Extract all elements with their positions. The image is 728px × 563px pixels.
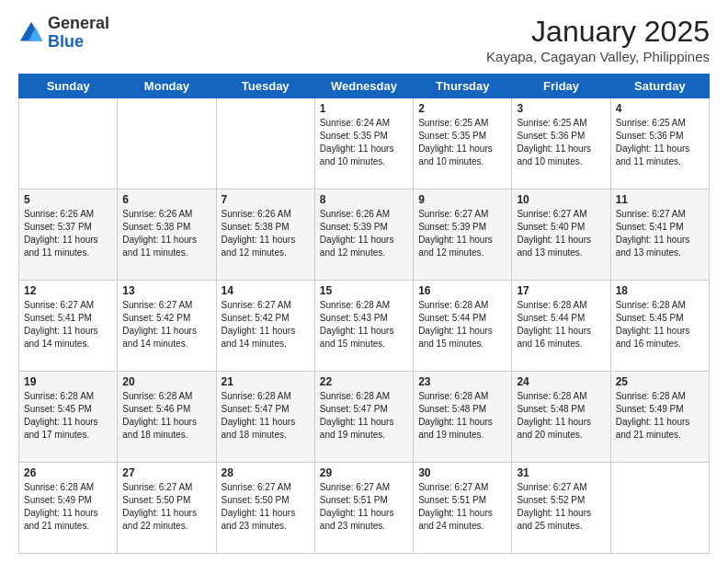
day-number: 30 xyxy=(418,466,506,479)
day-info: Sunrise: 6:27 AM Sunset: 5:51 PM Dayligh… xyxy=(418,481,506,533)
day-info: Sunrise: 6:27 AM Sunset: 5:40 PM Dayligh… xyxy=(517,208,605,259)
calendar-cell xyxy=(19,98,118,190)
calendar-cell: 7Sunrise: 6:26 AM Sunset: 5:38 PM Daylig… xyxy=(216,190,314,281)
day-info: Sunrise: 6:25 AM Sunset: 5:36 PM Dayligh… xyxy=(517,117,605,168)
week-row-3: 12Sunrise: 6:27 AM Sunset: 5:41 PM Dayli… xyxy=(19,281,710,372)
day-info: Sunrise: 6:28 AM Sunset: 5:47 PM Dayligh… xyxy=(320,390,408,442)
day-number: 1 xyxy=(320,102,408,115)
calendar-cell: 13Sunrise: 6:27 AM Sunset: 5:42 PM Dayli… xyxy=(118,281,216,372)
calendar-cell: 4Sunrise: 6:25 AM Sunset: 5:36 PM Daylig… xyxy=(610,98,709,190)
day-number: 15 xyxy=(320,284,408,297)
day-number: 26 xyxy=(24,466,112,479)
calendar-cell: 31Sunrise: 6:27 AM Sunset: 5:52 PM Dayli… xyxy=(512,463,610,554)
day-info: Sunrise: 6:28 AM Sunset: 5:48 PM Dayligh… xyxy=(418,390,506,442)
calendar-cell: 20Sunrise: 6:28 AM Sunset: 5:46 PM Dayli… xyxy=(118,372,216,463)
calendar-cell: 5Sunrise: 6:26 AM Sunset: 5:37 PM Daylig… xyxy=(19,190,118,281)
day-number: 8 xyxy=(320,193,408,206)
day-info: Sunrise: 6:27 AM Sunset: 5:42 PM Dayligh… xyxy=(222,299,310,350)
logo-blue: Blue xyxy=(48,33,109,52)
calendar-cell: 10Sunrise: 6:27 AM Sunset: 5:40 PM Dayli… xyxy=(512,190,610,281)
day-info: Sunrise: 6:27 AM Sunset: 5:42 PM Dayligh… xyxy=(122,299,210,350)
calendar-cell: 16Sunrise: 6:28 AM Sunset: 5:44 PM Dayli… xyxy=(414,281,512,372)
calendar-cell: 6Sunrise: 6:26 AM Sunset: 5:38 PM Daylig… xyxy=(118,190,216,281)
logo: General Blue xyxy=(18,15,109,52)
weekday-wednesday: Wednesday xyxy=(314,75,413,98)
calendar-cell: 19Sunrise: 6:28 AM Sunset: 5:45 PM Dayli… xyxy=(19,372,118,463)
calendar-cell: 25Sunrise: 6:28 AM Sunset: 5:49 PM Dayli… xyxy=(610,372,709,463)
day-info: Sunrise: 6:27 AM Sunset: 5:52 PM Dayligh… xyxy=(517,481,605,533)
day-info: Sunrise: 6:28 AM Sunset: 5:46 PM Dayligh… xyxy=(122,390,210,442)
calendar-cell: 21Sunrise: 6:28 AM Sunset: 5:47 PM Dayli… xyxy=(216,372,314,463)
calendar-cell: 12Sunrise: 6:27 AM Sunset: 5:41 PM Dayli… xyxy=(19,281,118,372)
calendar-cell: 14Sunrise: 6:27 AM Sunset: 5:42 PM Dayli… xyxy=(216,281,314,372)
week-row-4: 19Sunrise: 6:28 AM Sunset: 5:45 PM Dayli… xyxy=(19,372,710,463)
calendar-cell: 18Sunrise: 6:28 AM Sunset: 5:45 PM Dayli… xyxy=(610,281,709,372)
day-info: Sunrise: 6:28 AM Sunset: 5:44 PM Dayligh… xyxy=(517,299,605,350)
day-number: 4 xyxy=(616,102,704,115)
day-info: Sunrise: 6:25 AM Sunset: 5:36 PM Dayligh… xyxy=(616,117,704,168)
day-number: 24 xyxy=(517,375,605,388)
day-number: 29 xyxy=(320,466,408,479)
day-number: 28 xyxy=(222,466,310,479)
day-info: Sunrise: 6:28 AM Sunset: 5:45 PM Dayligh… xyxy=(24,390,112,442)
title-block: January 2025 Kayapa, Cagayan Valley, Phi… xyxy=(486,15,710,64)
day-number: 17 xyxy=(517,284,605,297)
day-number: 5 xyxy=(24,193,112,206)
calendar-cell xyxy=(216,98,314,190)
calendar-cell: 27Sunrise: 6:27 AM Sunset: 5:50 PM Dayli… xyxy=(118,463,216,554)
calendar-cell: 15Sunrise: 6:28 AM Sunset: 5:43 PM Dayli… xyxy=(314,281,413,372)
calendar-cell: 22Sunrise: 6:28 AM Sunset: 5:47 PM Dayli… xyxy=(314,372,413,463)
day-info: Sunrise: 6:27 AM Sunset: 5:39 PM Dayligh… xyxy=(418,208,506,259)
day-info: Sunrise: 6:27 AM Sunset: 5:51 PM Dayligh… xyxy=(320,481,408,533)
calendar-cell: 26Sunrise: 6:28 AM Sunset: 5:49 PM Dayli… xyxy=(19,463,118,554)
weekday-sunday: Sunday xyxy=(19,75,118,98)
calendar-cell: 17Sunrise: 6:28 AM Sunset: 5:44 PM Dayli… xyxy=(512,281,610,372)
day-info: Sunrise: 6:26 AM Sunset: 5:38 PM Dayligh… xyxy=(222,208,310,259)
day-number: 2 xyxy=(418,102,506,115)
day-number: 23 xyxy=(418,375,506,388)
day-info: Sunrise: 6:27 AM Sunset: 5:50 PM Dayligh… xyxy=(222,481,310,533)
day-info: Sunrise: 6:28 AM Sunset: 5:43 PM Dayligh… xyxy=(320,299,408,350)
day-info: Sunrise: 6:25 AM Sunset: 5:35 PM Dayligh… xyxy=(418,117,506,168)
weekday-thursday: Thursday xyxy=(414,75,512,98)
logo-general: General xyxy=(48,15,109,33)
week-row-2: 5Sunrise: 6:26 AM Sunset: 5:37 PM Daylig… xyxy=(19,190,710,281)
calendar-cell xyxy=(118,98,216,190)
day-number: 12 xyxy=(24,284,112,297)
day-number: 9 xyxy=(418,193,506,206)
day-number: 6 xyxy=(122,193,210,206)
month-title: January 2025 xyxy=(486,15,710,49)
day-number: 13 xyxy=(122,284,210,297)
calendar-cell: 23Sunrise: 6:28 AM Sunset: 5:48 PM Dayli… xyxy=(414,372,512,463)
calendar-cell: 30Sunrise: 6:27 AM Sunset: 5:51 PM Dayli… xyxy=(414,463,512,554)
calendar-cell: 29Sunrise: 6:27 AM Sunset: 5:51 PM Dayli… xyxy=(314,463,413,554)
day-number: 11 xyxy=(616,193,704,206)
day-number: 27 xyxy=(122,466,210,479)
day-info: Sunrise: 6:26 AM Sunset: 5:38 PM Dayligh… xyxy=(122,208,210,259)
calendar-cell: 24Sunrise: 6:28 AM Sunset: 5:48 PM Dayli… xyxy=(512,372,610,463)
day-number: 16 xyxy=(418,284,506,297)
day-number: 7 xyxy=(222,193,310,206)
location: Kayapa, Cagayan Valley, Philippines xyxy=(486,49,710,64)
day-info: Sunrise: 6:26 AM Sunset: 5:37 PM Dayligh… xyxy=(24,208,112,259)
calendar-cell: 8Sunrise: 6:26 AM Sunset: 5:39 PM Daylig… xyxy=(314,190,413,281)
day-number: 10 xyxy=(517,193,605,206)
day-info: Sunrise: 6:26 AM Sunset: 5:39 PM Dayligh… xyxy=(320,208,408,259)
calendar-cell: 9Sunrise: 6:27 AM Sunset: 5:39 PM Daylig… xyxy=(414,190,512,281)
day-info: Sunrise: 6:24 AM Sunset: 5:35 PM Dayligh… xyxy=(320,117,408,168)
day-info: Sunrise: 6:27 AM Sunset: 5:50 PM Dayligh… xyxy=(122,481,210,533)
week-row-1: 1Sunrise: 6:24 AM Sunset: 5:35 PM Daylig… xyxy=(19,98,710,190)
day-info: Sunrise: 6:28 AM Sunset: 5:47 PM Dayligh… xyxy=(222,390,310,442)
day-info: Sunrise: 6:28 AM Sunset: 5:49 PM Dayligh… xyxy=(24,481,112,533)
calendar-cell xyxy=(610,463,709,554)
logo-text: General Blue xyxy=(48,15,109,52)
calendar-cell: 11Sunrise: 6:27 AM Sunset: 5:41 PM Dayli… xyxy=(610,190,709,281)
day-number: 20 xyxy=(122,375,210,388)
day-number: 18 xyxy=(616,284,704,297)
header: General Blue January 2025 Kayapa, Cagaya… xyxy=(18,15,710,64)
day-number: 25 xyxy=(616,375,704,388)
weekday-friday: Friday xyxy=(512,75,610,98)
calendar-cell: 28Sunrise: 6:27 AM Sunset: 5:50 PM Dayli… xyxy=(216,463,314,554)
calendar-table: SundayMondayTuesdayWednesdayThursdayFrid… xyxy=(18,74,710,554)
calendar-cell: 2Sunrise: 6:25 AM Sunset: 5:35 PM Daylig… xyxy=(414,98,512,190)
